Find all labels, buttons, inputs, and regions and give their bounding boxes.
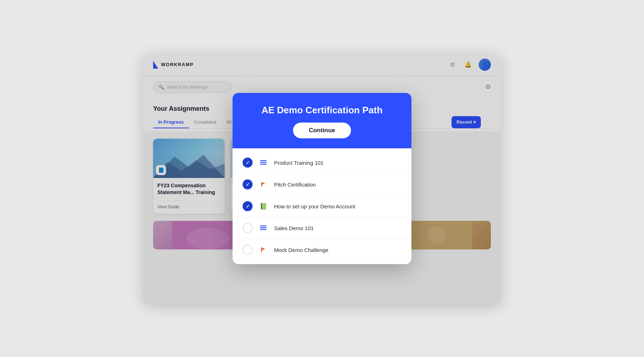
course-name-3: How to set up your Demo Account — [274, 203, 401, 209]
course-item-5[interactable]: Mock Demo Challenge — [233, 239, 411, 261]
course-name-5: Mock Demo Challenge — [274, 247, 401, 253]
svg-rect-14 — [260, 160, 267, 161]
check-circle-4 — [243, 223, 253, 233]
modal: AE Demo Certification Path Continue Prod… — [233, 93, 411, 264]
svg-rect-20 — [260, 227, 267, 228]
modal-header: AE Demo Certification Path Continue — [233, 93, 411, 149]
svg-marker-23 — [262, 248, 265, 250]
course-item-4[interactable]: Sales Demo 101 — [233, 217, 411, 239]
modal-overlay[interactable]: AE Demo Certification Path Continue Prod… — [143, 54, 501, 304]
check-circle-5 — [243, 245, 253, 255]
course-icon-5 — [258, 245, 268, 255]
course-name-1: Product Training 101 — [274, 160, 401, 166]
svg-rect-17 — [261, 182, 262, 187]
course-icon-1 — [258, 158, 268, 168]
course-item-1[interactable]: Product Training 101 — [233, 152, 411, 174]
svg-marker-18 — [262, 182, 265, 185]
modal-title: AE Demo Certification Path — [262, 104, 382, 116]
course-icon-4 — [258, 223, 268, 233]
course-name-4: Sales Demo 101 — [274, 225, 401, 231]
course-name-2: Pitch Certification — [274, 182, 401, 188]
course-icon-3: 📗 — [258, 201, 268, 211]
course-item-3[interactable]: 📗 How to set up your Demo Account — [233, 195, 411, 217]
check-circle-2 — [243, 179, 253, 189]
svg-rect-19 — [260, 225, 267, 227]
check-circle-1 — [243, 158, 253, 168]
svg-rect-21 — [260, 229, 267, 230]
svg-rect-22 — [261, 247, 262, 252]
modal-body: Product Training 101 Pitch Certification… — [233, 148, 411, 264]
continue-button[interactable]: Continue — [293, 123, 351, 138]
course-icon-2 — [258, 179, 268, 189]
course-item-2[interactable]: Pitch Certification — [233, 174, 411, 195]
svg-rect-16 — [260, 164, 267, 165]
svg-rect-15 — [260, 162, 267, 163]
check-circle-3 — [243, 201, 253, 211]
